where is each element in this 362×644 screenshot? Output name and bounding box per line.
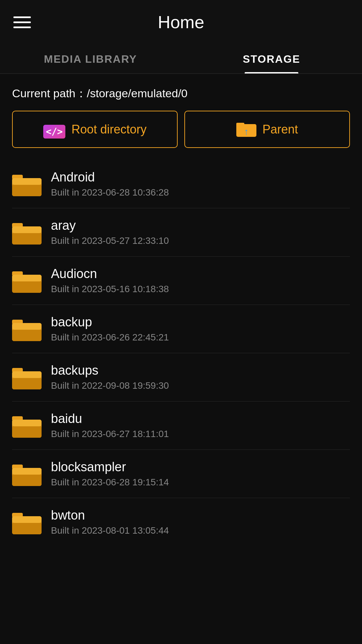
tab-storage[interactable]: STORAGE bbox=[181, 42, 362, 73]
file-date: Built in 2023-06-28 10:36:28 bbox=[51, 187, 169, 198]
parent-label: Parent bbox=[262, 122, 298, 137]
file-date: Built in 2023-06-28 19:15:14 bbox=[51, 477, 169, 488]
list-item[interactable]: backups Built in 2022-09-08 19:59:30 bbox=[12, 353, 350, 401]
folder-icon bbox=[12, 462, 42, 486]
list-item[interactable]: blocksampler Built in 2023-06-28 19:15:1… bbox=[12, 450, 350, 498]
folder-icon bbox=[12, 414, 42, 438]
svg-rect-13 bbox=[12, 281, 42, 293]
root-directory-button[interactable]: </> Root directory bbox=[12, 111, 178, 148]
file-info: bwton Built in 2023-08-01 13:05:44 bbox=[51, 508, 169, 536]
folder-icon bbox=[12, 269, 42, 293]
svg-rect-26 bbox=[12, 420, 42, 426]
svg-rect-34 bbox=[12, 516, 42, 523]
file-date: Built in 2022-09-08 19:59:30 bbox=[51, 380, 169, 391]
folder-icon bbox=[12, 220, 42, 245]
svg-rect-14 bbox=[12, 275, 42, 281]
current-path-value: /storage/emulated/0 bbox=[87, 87, 188, 100]
svg-rect-25 bbox=[12, 426, 42, 438]
file-date: Built in 2023-05-27 12:33:10 bbox=[51, 235, 169, 246]
file-info: backup Built in 2023-06-26 22:45:21 bbox=[51, 315, 169, 343]
folder-icon bbox=[12, 365, 42, 389]
parent-button[interactable]: ↑ Parent bbox=[184, 111, 350, 148]
file-name: aray bbox=[51, 218, 169, 233]
list-item[interactable]: bwton Built in 2023-08-01 13:05:44 bbox=[12, 498, 350, 546]
file-name: baidu bbox=[51, 412, 169, 426]
root-directory-icon: </> bbox=[43, 122, 66, 137]
file-info: blocksampler Built in 2023-06-28 19:15:1… bbox=[51, 460, 169, 488]
root-directory-label: Root directory bbox=[71, 122, 146, 137]
tab-bar: MEDIA LIBRARY STORAGE bbox=[0, 42, 362, 74]
svg-rect-33 bbox=[12, 522, 42, 534]
folder-icon bbox=[12, 317, 42, 341]
list-item[interactable]: Audiocn Built in 2023-05-16 10:18:38 bbox=[12, 257, 350, 305]
current-path: Current path：/storage/emulated/0 bbox=[0, 74, 362, 111]
svg-rect-22 bbox=[12, 371, 42, 378]
svg-rect-18 bbox=[12, 323, 42, 330]
file-date: Built in 2023-05-16 10:18:38 bbox=[51, 284, 169, 294]
svg-rect-6 bbox=[12, 178, 42, 185]
file-info: baidu Built in 2023-06-27 18:11:01 bbox=[51, 412, 169, 439]
svg-rect-10 bbox=[12, 226, 42, 233]
file-info: aray Built in 2023-05-27 12:33:10 bbox=[51, 218, 169, 246]
file-info: backups Built in 2022-09-08 19:59:30 bbox=[51, 363, 169, 391]
page-title: Home bbox=[158, 12, 204, 32]
file-name: backup bbox=[51, 315, 169, 329]
list-item[interactable]: baidu Built in 2023-06-27 18:11:01 bbox=[12, 401, 350, 450]
file-info: Audiocn Built in 2023-05-16 10:18:38 bbox=[51, 267, 169, 294]
file-name: Audiocn bbox=[51, 267, 169, 281]
app-header: Home bbox=[0, 0, 362, 42]
file-date: Built in 2023-06-26 22:45:21 bbox=[51, 332, 169, 343]
svg-rect-21 bbox=[12, 377, 42, 389]
file-name: blocksampler bbox=[51, 460, 169, 474]
svg-rect-5 bbox=[12, 184, 42, 196]
svg-text:↑: ↑ bbox=[244, 126, 249, 137]
list-item[interactable]: Android Built in 2023-06-28 10:36:28 bbox=[12, 160, 350, 208]
action-buttons: </> Root directory ↑ Parent bbox=[0, 111, 362, 160]
file-list: Android Built in 2023-06-28 10:36:28 ara… bbox=[0, 160, 362, 546]
file-name: bwton bbox=[51, 508, 169, 523]
folder-icon bbox=[12, 510, 42, 534]
parent-folder-icon: ↑ bbox=[236, 119, 256, 139]
svg-rect-29 bbox=[12, 474, 42, 486]
tab-media-library[interactable]: MEDIA LIBRARY bbox=[0, 42, 181, 73]
menu-button[interactable] bbox=[13, 16, 31, 28]
file-name: backups bbox=[51, 363, 169, 378]
svg-rect-17 bbox=[12, 329, 42, 341]
list-item[interactable]: aray Built in 2023-05-27 12:33:10 bbox=[12, 208, 350, 257]
current-path-label: Current path： bbox=[12, 87, 87, 100]
svg-rect-30 bbox=[12, 468, 42, 475]
folder-icon bbox=[12, 172, 42, 196]
svg-rect-9 bbox=[12, 232, 42, 245]
file-date: Built in 2023-06-27 18:11:01 bbox=[51, 429, 169, 439]
file-info: Android Built in 2023-06-28 10:36:28 bbox=[51, 170, 169, 198]
file-name: Android bbox=[51, 170, 169, 184]
list-item[interactable]: backup Built in 2023-06-26 22:45:21 bbox=[12, 305, 350, 353]
svg-rect-1 bbox=[236, 123, 244, 127]
file-date: Built in 2023-08-01 13:05:44 bbox=[51, 525, 169, 536]
